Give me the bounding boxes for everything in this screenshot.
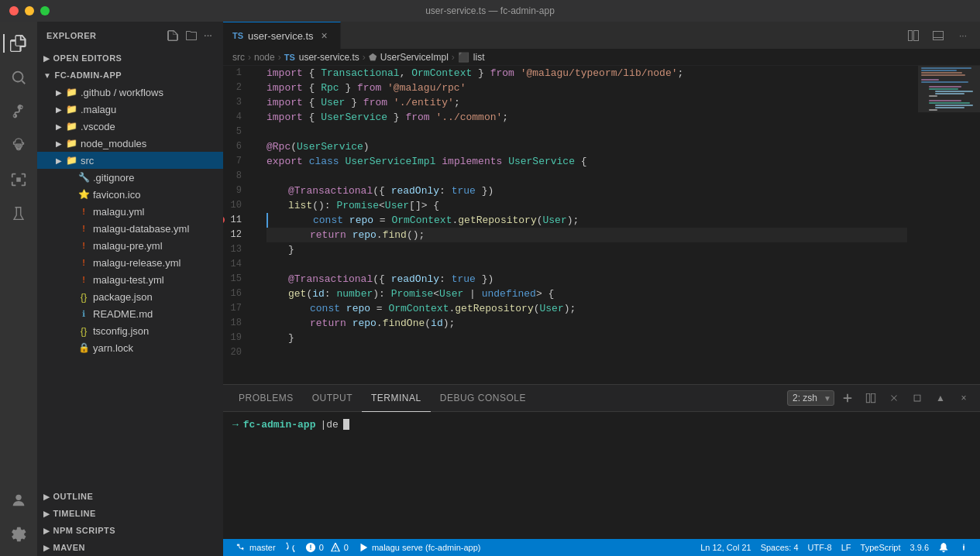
activity-source-control-icon[interactable] [3,96,34,127]
tree-item-github[interactable]: ▶ 📁 .github / workflows [37,84,223,101]
breadcrumb-src[interactable]: src [232,52,245,63]
panel-tab-problems[interactable]: PROBLEMS [229,385,303,412]
json-icon: {} [77,324,90,337]
line-col-label: Ln 12, Col 21 [700,543,751,552]
activity-debug-icon[interactable] [3,130,34,161]
code-area[interactable]: import { Transactional, OrmContext } fro… [260,66,907,384]
tree-item-label: src [81,155,94,166]
tree-item-malagu-pre[interactable]: ▶ ! malagu-pre.yml [37,237,223,254]
terminal-content[interactable]: → fc-admin-app |de [223,412,980,539]
line-num-12: 12 [223,228,251,242]
panel-tab-terminal[interactable]: TERMINAL [362,385,431,412]
minimap [918,66,980,384]
terminal-path: fc-admin-app [243,419,316,431]
maximize-button[interactable] [40,6,50,15]
status-version[interactable]: 3.9.6 [906,539,934,556]
more-actions-icon[interactable]: ··· [952,25,974,46]
scroll-up-icon[interactable]: ▲ [930,388,951,408]
maximize-panel-icon[interactable] [907,388,927,408]
add-terminal-icon[interactable] [837,388,858,408]
tree-item-malagu-test[interactable]: ▶ ! malagu-test.yml [37,271,223,288]
activity-search-icon[interactable] [3,62,34,93]
tab-user-service[interactable]: TS user-service.ts × [223,22,341,49]
code-line-14 [266,257,907,272]
tree-item-label: malagu.yml [93,206,144,218]
editor-content[interactable]: 1 2 3 4 5 6 7 8 9 10 11 12 13 14 [223,66,918,384]
npm-scripts-section[interactable]: ▶ NPM Scripts [37,522,223,539]
tree-item-malagu-yml[interactable]: ▶ ! malagu.yml [37,203,223,220]
project-label: FC-ADMIN-APP [54,70,122,80]
yaml-icon: ! [77,239,90,252]
new-file-icon[interactable] [165,28,181,43]
maven-section[interactable]: ▶ Maven [37,539,223,556]
tree-item-gitignore[interactable]: ▶ 🔧 .gitignore [37,169,223,186]
split-terminal-icon[interactable] [861,388,881,408]
md-icon: ℹ [77,307,90,320]
line-num-10: 10 [223,198,251,213]
breadcrumb-node[interactable]: node [254,52,275,63]
close-panel-icon[interactable]: × [954,388,974,408]
tree-item-tsconfig[interactable]: ▶ {} tsconfig.json [37,322,223,339]
tree-item-node-modules[interactable]: ▶ 📁 node_modules [37,135,223,152]
titlebar: user-service.ts — fc-admin-app [0,0,980,22]
breadcrumb-method[interactable]: ⬛list [458,52,485,63]
line-num-9: 9 [223,184,251,198]
status-eol[interactable]: LF [837,539,856,556]
outline-section[interactable]: ▶ Outline [37,488,223,505]
kill-terminal-icon[interactable] [884,388,904,408]
editor-scrollbar[interactable] [907,66,918,384]
minimize-button[interactable] [25,6,34,15]
open-editors-section[interactable]: ▶ Open Editors [37,50,223,67]
tree-item-label: .vscode [81,121,115,132]
tree-item-malagu[interactable]: ▶ 📁 .malagu [37,101,223,118]
tree-item-readme[interactable]: ▶ ℹ README.md [37,305,223,322]
yaml-icon: ! [77,205,90,218]
tree-item-label: malagu-release.yml [93,257,181,269]
status-run[interactable]: malagu serve (fc-admin-app) [353,539,486,556]
code-line-17: const repo = OrmContext.getRepository(Us… [266,301,907,316]
terminal-selector[interactable]: 2: zsh 1: zsh [787,390,834,406]
split-editor-icon[interactable] [903,25,924,46]
status-sync[interactable] [280,539,301,556]
activity-extensions-icon[interactable] [3,164,34,195]
activity-settings-icon[interactable] [3,519,34,550]
status-branch[interactable]: master [229,539,280,556]
breadcrumb-file[interactable]: TS user-service.ts [284,52,359,63]
toggle-panel-icon[interactable] [927,25,949,46]
panel-controls: 2: zsh 1: zsh ▼ [787,388,980,408]
tab-bar-icons: ··· [903,25,980,46]
tab-close-icon[interactable]: × [318,29,331,42]
status-encoding[interactable]: UTF-8 [803,539,837,556]
status-bell[interactable] [934,539,954,556]
activity-account-icon[interactable] [3,485,34,516]
status-notifications[interactable] [954,539,974,556]
timeline-section[interactable]: ▶ Timeline [37,505,223,522]
new-folder-icon[interactable] [184,28,199,43]
svg-line-1 [22,81,25,84]
line-num-2: 2 [223,81,251,95]
tree-item-yarn[interactable]: ▶ 🔒 yarn.lock [37,339,223,356]
tree-item-favicon[interactable]: ▶ ⭐ favicon.ico [37,186,223,203]
status-errors[interactable]: 0 0 [301,539,353,556]
status-language[interactable]: TypeScript [856,539,906,556]
tree-item-package-json[interactable]: ▶ {} package.json [37,288,223,305]
project-section[interactable]: ▼ FC-ADMIN-APP [37,67,223,84]
tree-item-src[interactable]: ▶ 📁 src [37,152,223,169]
line-num-15: 15 [223,272,251,287]
activity-explorer-icon[interactable] [3,28,34,59]
breadcrumb-class[interactable]: ⬟UserServiceImpl [369,52,449,63]
close-button[interactable] [9,6,19,15]
code-line-11: const repo = OrmContext.getRepository(Us… [266,213,907,228]
tree-item-vscode[interactable]: ▶ 📁 .vscode [37,118,223,135]
status-line-col[interactable]: Ln 12, Col 21 [696,539,755,556]
tree-item-malagu-database[interactable]: ▶ ! malagu-database.yml [37,220,223,237]
more-options-icon[interactable]: ··· [202,28,214,43]
code-line-13: } [266,242,907,257]
tree-item-malagu-release[interactable]: ▶ ! malagu-release.yml [37,254,223,271]
activity-testing-icon[interactable] [3,198,34,229]
folder-arrow: ▶ [53,103,65,115]
panel-tab-output[interactable]: OUTPUT [303,385,362,412]
panel-tab-debug[interactable]: DEBUG CONSOLE [431,385,535,412]
status-spaces[interactable]: Spaces: 4 [756,539,803,556]
line-num-17: 17 [223,301,251,316]
